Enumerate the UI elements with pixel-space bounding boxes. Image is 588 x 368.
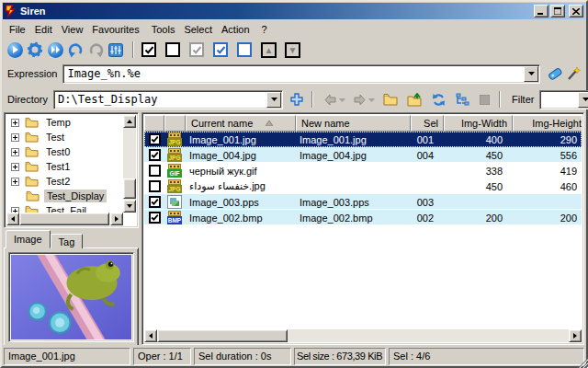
- status-sel-duration: Sel duration : 0s: [194, 348, 291, 365]
- move-up-icon[interactable]: ▲: [261, 42, 277, 58]
- settings-gear-icon[interactable]: [26, 40, 44, 59]
- redo-icon[interactable]: [66, 40, 85, 59]
- expand-icon[interactable]: [11, 148, 19, 156]
- move-down-icon[interactable]: ▼: [285, 42, 300, 58]
- scroll-right-icon[interactable]: [110, 213, 123, 225]
- browse-folder-icon[interactable]: [381, 90, 400, 109]
- status-sel-count: Sel : 4/6: [389, 348, 584, 365]
- row-checkbox[interactable]: [149, 149, 161, 161]
- expand-icon[interactable]: [11, 133, 19, 142]
- wizard-icon[interactable]: [564, 64, 582, 83]
- back-dropdown-icon[interactable]: [339, 94, 345, 105]
- file-row[interactable]: BMP Image_002.bmp Image_002.bmp 002 200 …: [144, 210, 582, 225]
- folder-tree: Temp Test Test0 Test1 Test2 Test_Display…: [4, 112, 139, 228]
- tree-item-test[interactable]: Test: [6, 130, 123, 144]
- tree-item-temp[interactable]: Temp: [6, 115, 123, 130]
- row-checkbox[interactable]: [149, 196, 161, 208]
- column-sel[interactable]: Sel: [411, 115, 444, 132]
- scroll-thumb[interactable]: [123, 178, 136, 199]
- scroll-left-icon[interactable]: [144, 329, 157, 342]
- expression-value[interactable]: Image_%n.%e: [63, 67, 523, 80]
- undo-icon[interactable]: [86, 40, 105, 59]
- tree-toggle-icon[interactable]: [453, 90, 471, 109]
- file-row[interactable]: GIF черный жук.gif 338 419: [144, 163, 582, 178]
- resize-grip[interactable]: [577, 357, 588, 368]
- scroll-right-icon[interactable]: [569, 329, 582, 342]
- tree-item-test-display[interactable]: Test_Display: [6, 189, 123, 203]
- expand-icon[interactable]: [11, 178, 19, 186]
- toolbar-separator: [499, 91, 501, 108]
- forward-dropdown-icon[interactable]: [368, 94, 375, 105]
- menu-view[interactable]: View: [57, 22, 88, 37]
- column-new-name[interactable]: New name: [296, 115, 411, 132]
- column-img-width[interactable]: Img-Width: [444, 115, 513, 132]
- refresh-icon[interactable]: [429, 90, 447, 109]
- filter-combo[interactable]: [539, 90, 588, 109]
- menu-favourites[interactable]: Favourites: [87, 22, 143, 37]
- directory-dropdown-icon[interactable]: [266, 92, 281, 108]
- directory-value[interactable]: D:\Test_Display: [54, 93, 266, 106]
- column-checkbox[interactable]: [144, 115, 164, 132]
- parent-folder-icon[interactable]: [405, 90, 424, 109]
- tree-horizontal-scrollbar[interactable]: [6, 213, 123, 225]
- menu-tools[interactable]: Tools: [147, 22, 180, 37]
- tree-item-test1[interactable]: Test1: [6, 159, 123, 174]
- directory-combo[interactable]: D:\Test_Display: [53, 90, 283, 109]
- row-checkbox[interactable]: [149, 212, 161, 224]
- fast-forward-icon[interactable]: [46, 40, 64, 59]
- stop-icon[interactable]: [475, 90, 493, 109]
- file-row[interactable]: JPG Image_004.jpg Image_004.jpg 004 450 …: [144, 147, 582, 163]
- row-checkbox[interactable]: [149, 165, 161, 177]
- column-current-name[interactable]: Current name: [186, 115, 296, 132]
- back-icon[interactable]: [321, 90, 339, 109]
- row-checkbox[interactable]: [149, 180, 161, 192]
- tree-vertical-scrollbar[interactable]: [123, 115, 136, 213]
- check-all-icon[interactable]: [141, 42, 156, 57]
- tab-image[interactable]: Image: [6, 230, 51, 248]
- bmp-file-icon: BMP: [167, 211, 182, 224]
- tab-tag[interactable]: Tag: [51, 234, 84, 248]
- maximize-button[interactable]: [550, 5, 565, 17]
- tree-item-test-fail[interactable]: Test_Fail: [6, 203, 123, 213]
- filter-dropdown-icon[interactable]: [578, 92, 588, 108]
- file-row[interactable]: JPG Image_001.jpg Image_001.jpg 001 400 …: [144, 132, 582, 147]
- left-pane: Temp Test Test0 Test1 Test2 Test_Display…: [2, 112, 140, 345]
- run-icon[interactable]: [6, 40, 24, 59]
- expand-icon[interactable]: [11, 119, 19, 127]
- row-checkbox[interactable]: [149, 133, 161, 145]
- menu-select[interactable]: Select: [179, 22, 217, 37]
- column-icon[interactable]: [164, 115, 186, 132]
- minimize-button[interactable]: [534, 5, 548, 17]
- check-blue-icon[interactable]: [213, 42, 228, 57]
- menu-help[interactable]: ?: [257, 22, 272, 37]
- tree-item-test2[interactable]: Test2: [6, 174, 123, 189]
- uncheck-blue-icon[interactable]: [237, 42, 252, 57]
- clear-expression-icon[interactable]: [546, 64, 564, 83]
- scroll-left-icon[interactable]: [6, 213, 19, 225]
- uncheck-all-icon[interactable]: [165, 42, 180, 57]
- scroll-down-icon[interactable]: [123, 200, 136, 213]
- expression-dropdown-icon[interactable]: [524, 66, 538, 82]
- file-row[interactable]: JPG خنفساء سوداء.jpg 450 460: [144, 178, 582, 194]
- column-img-height[interactable]: Img-Height: [513, 115, 582, 132]
- options-icon[interactable]: [107, 40, 125, 59]
- file-list: Current name New name Sel Img-Width Img-…: [141, 112, 584, 345]
- scroll-thumb[interactable]: [157, 329, 288, 342]
- image-preview: [8, 252, 134, 342]
- close-button[interactable]: [569, 5, 583, 17]
- app-icon: [5, 5, 17, 17]
- expression-combo[interactable]: Image_%n.%e: [62, 64, 540, 84]
- check-disabled-icon[interactable]: [189, 42, 204, 57]
- scroll-thumb[interactable]: [19, 213, 109, 225]
- menu-action[interactable]: Action: [217, 22, 254, 37]
- file-row[interactable]: Image_003.pps Image_003.pps 003: [144, 194, 582, 210]
- expand-icon[interactable]: [11, 163, 19, 171]
- menu-file[interactable]: File: [5, 22, 30, 37]
- menu-edit[interactable]: Edit: [30, 22, 57, 37]
- table-horizontal-scrollbar[interactable]: [144, 329, 582, 342]
- add-favourite-icon[interactable]: [288, 90, 306, 109]
- forward-icon[interactable]: [350, 90, 368, 109]
- scroll-up-icon[interactable]: [123, 115, 136, 128]
- status-oper: Oper : 1/1: [133, 348, 191, 365]
- tree-item-test0[interactable]: Test0: [6, 144, 123, 159]
